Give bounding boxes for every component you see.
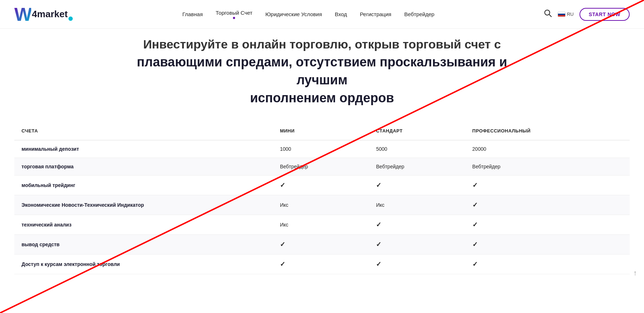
row-label: Доступ к курсам электронной торговли bbox=[14, 254, 273, 274]
check-icon: ✓ bbox=[376, 261, 381, 268]
language-selector[interactable]: RU bbox=[558, 11, 574, 17]
check-icon: ✓ bbox=[280, 261, 285, 268]
table-body: минимальный депозит1000500020000торговая… bbox=[14, 140, 630, 274]
check-icon: ✓ bbox=[376, 182, 381, 189]
nav-item-legal[interactable]: Юридические Условия bbox=[265, 11, 322, 17]
row-cell-standart: Икс bbox=[369, 195, 465, 215]
check-icon: ✓ bbox=[376, 221, 381, 228]
col-header-standard: СТАНДАРТ bbox=[369, 122, 465, 140]
check-icon: ✓ bbox=[280, 241, 285, 248]
logo-text: 4market bbox=[32, 9, 68, 20]
row-label: вывод средств bbox=[14, 234, 273, 254]
logo-dot bbox=[68, 17, 73, 21]
hero-section: Инвестируйте в онлайн торговлю, открыв т… bbox=[0, 29, 644, 122]
table-row: технический анализИкс✓✓ bbox=[14, 215, 630, 234]
nav-item-webtrader[interactable]: Вебтрейдер bbox=[404, 11, 434, 17]
row-cell-standart: Вебтрейдер bbox=[369, 158, 465, 175]
hero-title: Инвестируйте в онлайн торговлю, открыв т… bbox=[125, 36, 519, 107]
accounts-table: СЧЕТА МИНИ СТАНДАРТ ПРОФЕССИОНАЛЬНЫЙ мин… bbox=[14, 122, 630, 274]
nav-item-trading-account[interactable]: Торговый Счет bbox=[216, 10, 253, 19]
row-cell-standart: ✓ bbox=[369, 254, 465, 274]
row-cell-mini: Икс bbox=[273, 215, 369, 234]
hero-line2: плавающими спредами, отсутствием проскал… bbox=[125, 53, 519, 89]
row-cell-prof: ✓ bbox=[465, 175, 630, 195]
table-row: торговая платформаВебтрейдерВебтрейдерВе… bbox=[14, 158, 630, 175]
logo-w-letter: W bbox=[14, 5, 31, 24]
row-cell-mini: ✓ bbox=[273, 234, 369, 254]
row-cell-prof: Вебтрейдер bbox=[465, 158, 630, 175]
search-icon[interactable] bbox=[544, 9, 552, 19]
row-cell-prof: ✓ bbox=[465, 215, 630, 234]
row-label: торговая платформа bbox=[14, 158, 273, 175]
table-row: минимальный депозит1000500020000 bbox=[14, 140, 630, 158]
start-now-button[interactable]: START NOW bbox=[579, 8, 630, 21]
check-icon: ✓ bbox=[472, 182, 478, 189]
check-icon: ✓ bbox=[472, 241, 478, 248]
flag-icon bbox=[558, 12, 566, 17]
row-cell-mini: ✓ bbox=[273, 254, 369, 274]
row-cell-prof: 20000 bbox=[465, 140, 630, 158]
row-cell-prof: ✓ bbox=[465, 195, 630, 215]
x-value: Икс bbox=[280, 222, 288, 228]
row-cell-standart: ✓ bbox=[369, 215, 465, 234]
row-cell-standart: ✓ bbox=[369, 234, 465, 254]
hero-line1: Инвестируйте в онлайн торговлю, открыв т… bbox=[125, 36, 519, 53]
scroll-up-button[interactable]: ↑ bbox=[633, 269, 637, 277]
row-cell-mini: ✓ bbox=[273, 175, 369, 195]
table-header: СЧЕТА МИНИ СТАНДАРТ ПРОФЕССИОНАЛЬНЫЙ bbox=[14, 122, 630, 140]
main-nav: Главная Торговый Счет Юридические Услови… bbox=[182, 10, 434, 19]
table-row: вывод средств✓✓✓ bbox=[14, 234, 630, 254]
row-cell-standart: ✓ bbox=[369, 175, 465, 195]
row-cell-mini: Икс bbox=[273, 195, 369, 215]
table-row: мобильный трейдинг✓✓✓ bbox=[14, 175, 630, 195]
check-icon: ✓ bbox=[280, 182, 285, 189]
header-right: RU START NOW bbox=[544, 8, 630, 21]
row-label: минимальный депозит bbox=[14, 140, 273, 158]
check-icon: ✓ bbox=[472, 221, 478, 228]
header: W 4market Главная Торговый Счет Юридичес… bbox=[0, 0, 644, 29]
svg-point-0 bbox=[545, 10, 550, 15]
check-icon: ✓ bbox=[472, 201, 478, 209]
check-icon: ✓ bbox=[376, 241, 381, 248]
row-label: мобильный трейдинг bbox=[14, 175, 273, 195]
nav-item-login[interactable]: Вход bbox=[335, 11, 347, 17]
col-header-accounts: СЧЕТА bbox=[14, 122, 273, 140]
row-cell-standart: 5000 bbox=[369, 140, 465, 158]
check-icon: ✓ bbox=[472, 261, 478, 268]
table-row: Экономические Новости-Технический Индика… bbox=[14, 195, 630, 215]
col-header-mini: МИНИ bbox=[273, 122, 369, 140]
row-label: технический анализ bbox=[14, 215, 273, 234]
col-header-professional: ПРОФЕССИОНАЛЬНЫЙ bbox=[465, 122, 630, 140]
language-label: RU bbox=[567, 11, 574, 17]
nav-item-register[interactable]: Регистрация bbox=[360, 11, 391, 17]
row-cell-mini: 1000 bbox=[273, 140, 369, 158]
svg-line-1 bbox=[549, 15, 552, 17]
hero-line3: исполнением ордеров bbox=[125, 89, 519, 107]
row-cell-mini: Вебтрейдер bbox=[273, 158, 369, 175]
row-cell-prof: ✓ bbox=[465, 234, 630, 254]
accounts-table-container: СЧЕТА МИНИ СТАНДАРТ ПРОФЕССИОНАЛЬНЫЙ мин… bbox=[0, 122, 644, 289]
logo[interactable]: W 4market bbox=[14, 5, 73, 24]
x-value: Икс bbox=[280, 202, 288, 208]
row-label: Экономические Новости-Технический Индика… bbox=[14, 195, 273, 215]
row-cell-prof: ✓ bbox=[465, 254, 630, 274]
x-value: Икс bbox=[376, 202, 384, 208]
table-row: Доступ к курсам электронной торговли✓✓✓ bbox=[14, 254, 630, 274]
nav-item-home[interactable]: Главная bbox=[182, 11, 203, 17]
